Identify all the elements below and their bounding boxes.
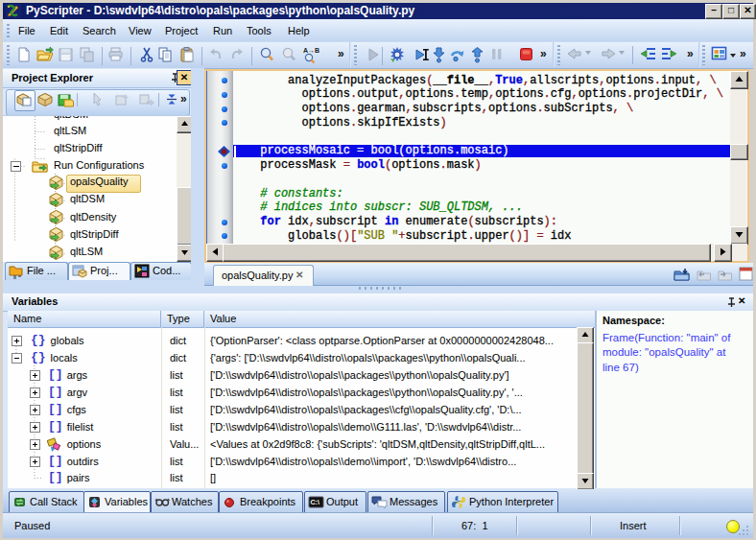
svg-text:A→B: A→B: [303, 47, 319, 54]
svg-text:C:\: C:\: [311, 499, 319, 505]
